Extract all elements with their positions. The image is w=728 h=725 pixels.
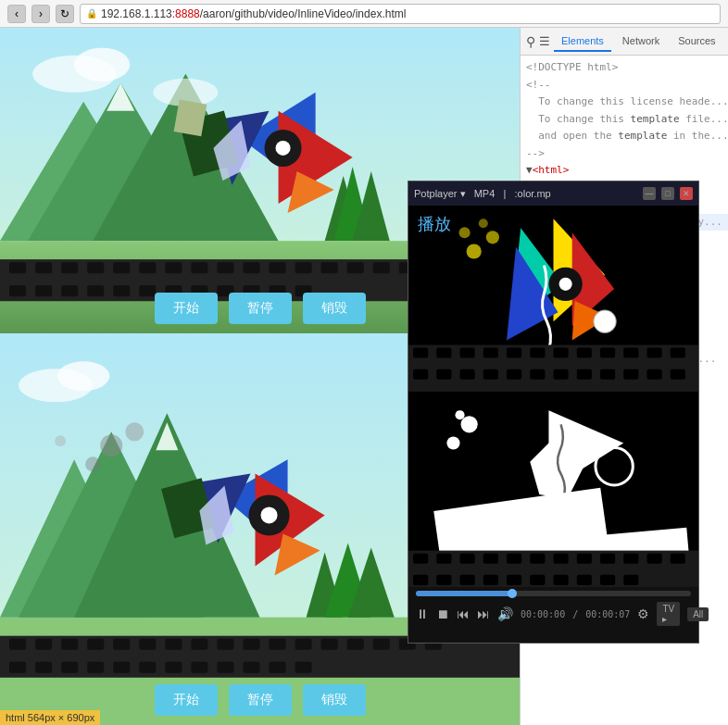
svg-rect-175 [623, 575, 638, 585]
tab-network[interactable]: Network [615, 31, 667, 52]
html-tooltip: html 564px × 690px [0, 710, 100, 725]
prev-button[interactable]: ⏮ [457, 606, 470, 621]
browser-toolbar: ‹ › ↻ 🔒 192.168.1.113:8888/aaron/github/… [0, 0, 728, 28]
svg-rect-159 [530, 554, 545, 564]
svg-rect-16 [87, 262, 104, 273]
svg-rect-157 [483, 554, 498, 564]
svg-rect-88 [139, 662, 156, 673]
potplayer-maximize-button[interactable]: □ [661, 187, 674, 200]
pause-button-top[interactable]: 暂停 [229, 293, 292, 324]
svg-rect-139 [554, 369, 569, 380]
svg-rect-37 [113, 285, 130, 296]
tab-elements[interactable]: Elements [554, 31, 611, 52]
code-line-7: ▼<html> [521, 162, 728, 180]
svg-rect-68 [61, 639, 78, 650]
svg-rect-70 [113, 639, 130, 650]
top-control-buttons: 开始 暂停 销毁 [155, 293, 366, 324]
svg-rect-174 [600, 575, 615, 585]
start-button-top[interactable]: 开始 [155, 293, 218, 324]
svg-rect-33 [9, 285, 26, 296]
lock-icon: 🔒 [86, 8, 97, 19]
svg-rect-163 [623, 554, 638, 564]
svg-point-117 [486, 231, 499, 244]
svg-point-116 [467, 244, 482, 258]
svg-rect-78 [321, 639, 338, 650]
svg-rect-75 [243, 639, 259, 650]
potplayer-close-button[interactable]: ✕ [680, 187, 693, 200]
back-button[interactable]: ‹ [7, 5, 26, 23]
svg-rect-24 [295, 262, 312, 273]
tv-button[interactable]: TV ▸ [657, 602, 680, 626]
svg-rect-156 [460, 554, 475, 564]
svg-point-118 [459, 227, 471, 238]
svg-rect-34 [35, 285, 52, 296]
address-bar[interactable]: 🔒 192.168.1.113:8888/aaron/github/video/… [80, 4, 721, 24]
svg-rect-17 [113, 262, 130, 273]
total-time: 00:00:07 [585, 609, 630, 619]
svg-rect-127 [554, 347, 569, 357]
svg-rect-172 [554, 575, 569, 585]
progress-bar[interactable] [416, 591, 691, 596]
potplayer-video-area: 播放 [408, 206, 698, 587]
mute-button[interactable]: 🔊 [497, 606, 513, 621]
play-pause-button[interactable]: ⏸ [416, 606, 429, 621]
svg-rect-123 [460, 347, 475, 357]
svg-rect-142 [623, 369, 638, 380]
svg-rect-166 [413, 575, 428, 585]
destroy-button-top[interactable]: 销毁 [303, 293, 366, 324]
svg-rect-87 [113, 662, 130, 673]
svg-point-146 [446, 436, 459, 449]
svg-rect-23 [270, 262, 286, 273]
current-time: 00:00:00 [521, 609, 565, 619]
svg-rect-71 [139, 639, 156, 650]
svg-rect-134 [436, 369, 451, 380]
code-line-6: --> [521, 145, 728, 163]
svg-rect-26 [347, 262, 364, 273]
svg-rect-158 [507, 554, 521, 564]
start-button-bottom[interactable]: 开始 [155, 684, 218, 716]
devtools-toolbar: ⚲ ☰ Elements Network Sources [521, 28, 728, 56]
potplayer-minimize-button[interactable]: — [643, 187, 656, 200]
svg-rect-14 [35, 262, 52, 273]
forward-button[interactable]: › [31, 5, 50, 23]
svg-rect-74 [217, 639, 233, 650]
next-button[interactable]: ⏭ [477, 606, 490, 621]
svg-rect-171 [530, 575, 545, 585]
svg-rect-155 [436, 554, 451, 564]
svg-point-106 [55, 435, 66, 446]
svg-point-7 [74, 48, 130, 81]
svg-rect-27 [373, 262, 390, 273]
destroy-button-bottom[interactable]: 销毁 [303, 684, 366, 716]
svg-rect-121 [413, 347, 428, 357]
svg-rect-170 [507, 575, 521, 585]
svg-point-105 [85, 456, 100, 471]
svg-rect-164 [646, 554, 661, 564]
devtools-search-icon[interactable]: ⚲ [526, 34, 535, 49]
code-line-3: To change this license heade... [521, 94, 728, 111]
tab-sources[interactable]: Sources [671, 31, 722, 52]
svg-rect-141 [600, 369, 615, 380]
pause-button-bottom[interactable]: 暂停 [229, 684, 292, 716]
svg-rect-85 [61, 662, 78, 673]
stop-button[interactable]: ⏹ [436, 606, 449, 621]
svg-rect-131 [646, 347, 661, 357]
all-button[interactable]: All [687, 607, 709, 621]
settings-button[interactable]: ⚙ [637, 606, 649, 621]
play-label: 播放 [418, 213, 451, 235]
svg-point-103 [100, 434, 122, 456]
devtools-cursor-icon[interactable]: ☰ [539, 34, 550, 48]
svg-rect-165 [671, 554, 685, 564]
svg-rect-35 [61, 285, 78, 296]
svg-rect-53 [174, 100, 207, 137]
potplayer-video-content [408, 206, 698, 587]
potplayer-titlebar: Potplayer ▾ MP4 | :olor.mp — □ ✕ [408, 181, 698, 206]
svg-rect-154 [413, 554, 428, 564]
svg-rect-89 [165, 662, 182, 673]
potplayer-window: Potplayer ▾ MP4 | :olor.mp — □ ✕ 播放 [408, 181, 699, 644]
svg-point-61 [57, 361, 109, 391]
svg-rect-129 [600, 347, 615, 357]
svg-rect-77 [295, 639, 312, 650]
svg-rect-138 [530, 369, 545, 380]
svg-point-145 [461, 416, 478, 432]
reload-button[interactable]: ↻ [56, 5, 74, 23]
